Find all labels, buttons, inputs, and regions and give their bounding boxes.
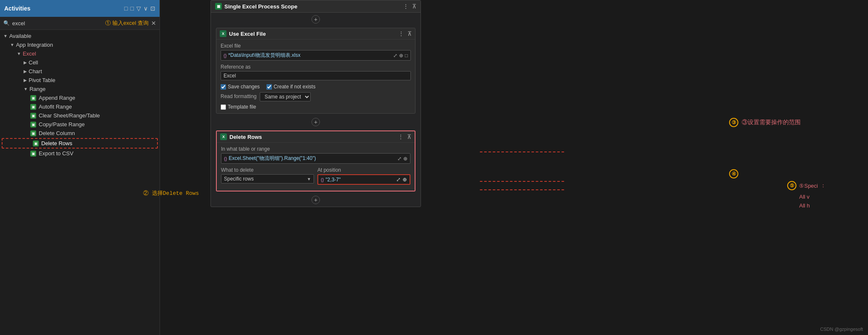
position-value-text: "2,3-7": [325, 177, 394, 183]
chart-node[interactable]: ▶ Chart: [0, 67, 160, 76]
clear-sheet-item[interactable]: ▣ Clear Sheet/Range/Table: [0, 111, 160, 120]
delete-rows-title: X Delete Rows: [220, 133, 262, 140]
delete-rows-block: X Delete Rows ⋮ ⊼ In what table or range…: [216, 130, 415, 191]
expand-icon[interactable]: □: [124, 5, 128, 12]
read-formatting-row: Read formatting Same as project: [221, 92, 411, 101]
field-icons: ⤢ ⊕ □: [393, 53, 408, 58]
folder-icon[interactable]: □: [405, 53, 408, 58]
expand-range-icon[interactable]: ⤢: [397, 156, 402, 162]
template-file-checkbox[interactable]: [221, 104, 226, 110]
ann5-extra2: All h: [799, 202, 826, 209]
range-value-text: Excel.Sheet("物流明细").Range("1:40"): [229, 155, 396, 162]
copy-paste-item[interactable]: ▣ Copy/Paste Range: [0, 120, 160, 129]
plus-btn-middle[interactable]: +: [312, 118, 320, 126]
excel-file-value: {} *Data\Input\物流发货明细表.xlsx ⤢ ⊕ □: [221, 50, 411, 61]
plus-btn-middle-container: +: [211, 115, 421, 129]
checkbox-row: Save changes Create if not exists: [221, 84, 411, 90]
autofit-range-item[interactable]: ▣ Autofit Range: [0, 102, 160, 111]
header-icons: □ □ ▽ ∨ ⊡: [124, 5, 155, 12]
activities-title: Activities: [4, 5, 30, 12]
annotation-5-line: ⑤ ⑤Speci ：: [787, 181, 826, 190]
in-what-value: {} Excel.Sheet("物流明细").Range("1:40") ⤢ ⊕: [221, 153, 410, 164]
range-field-icons: ⤢ ⊕: [397, 156, 407, 162]
annotation-3-text: ③设置需要操作的范围: [742, 119, 801, 126]
search-input[interactable]: [12, 20, 103, 27]
append-range-item[interactable]: ▣ Append Range: [0, 93, 160, 102]
export-csv-item[interactable]: ▣ Export to CSV: [0, 149, 160, 158]
read-formatting-select[interactable]: Same as project: [260, 92, 311, 101]
save-changes-checkbox[interactable]: Save changes: [221, 84, 260, 90]
scope-actions: ⋮ ⊼: [403, 3, 416, 10]
file-path-text: *Data\Input\物流发货明细表.xlsx: [228, 52, 391, 59]
read-formatting-label: Read formatting: [221, 93, 256, 99]
what-to-delete-label: What to delete: [221, 167, 314, 173]
clear-button[interactable]: ✕: [151, 20, 156, 27]
block-menu-icon[interactable]: ⋮: [398, 30, 404, 37]
process-scope: ▣ Single Excel Process Scope ⋮ ⊼ + X Use…: [210, 0, 421, 207]
pin-icon[interactable]: ⊡: [150, 5, 155, 12]
filter-icon[interactable]: ▽: [136, 5, 141, 12]
delete-rows-item[interactable]: ▣ Delete Rows: [2, 138, 158, 149]
available-node[interactable]: ▼ Available: [0, 32, 160, 40]
app-integration-node[interactable]: ▼ App Integration: [0, 40, 160, 49]
scope-title: ▣ Single Excel Process Scope: [215, 3, 297, 10]
plus-btn-top[interactable]: +: [312, 15, 320, 24]
delete-rows-actions: ⋮ ⊼: [398, 133, 411, 140]
activity-icon: ▣: [30, 130, 36, 136]
annotation-5-circle: ⑤: [787, 181, 796, 190]
delete-column-item[interactable]: ▣ Delete Column: [0, 129, 160, 138]
use-excel-header: X Use Excel File ⋮ ⊼: [216, 28, 415, 40]
activity-icon: ▣: [33, 141, 39, 146]
scope-menu-icon[interactable]: ⋮: [403, 3, 409, 10]
plus-btn-top-container: +: [211, 13, 421, 26]
add-range-icon[interactable]: ⊕: [403, 156, 407, 162]
pivot-table-node[interactable]: ▶ Pivot Table: [0, 76, 160, 85]
excel-node[interactable]: ▼ Excel: [0, 49, 160, 58]
annotation-5-colon: ：: [820, 182, 826, 189]
delete-rows-content: In what table or range {} Excel.Sheet("物…: [217, 143, 415, 191]
expand-field-icon[interactable]: ⤢: [393, 53, 397, 58]
annotation-3-container: ③ ③设置需要操作的范围: [729, 118, 801, 127]
delete-menu-icon[interactable]: ⋮: [398, 133, 404, 140]
add-field-icon[interactable]: ⊕: [399, 53, 403, 58]
template-file-row: Template file: [221, 104, 411, 110]
scope-collapse-icon[interactable]: ⊼: [412, 3, 416, 10]
dashed-arrow-4: [480, 181, 564, 182]
block-collapse-icon[interactable]: ⊼: [407, 30, 412, 37]
chevron-down-icon[interactable]: ∨: [144, 5, 148, 12]
in-what-label: In what table or range: [221, 146, 410, 152]
activities-header: Activities □ □ ▽ ∨ ⊡: [0, 0, 160, 17]
at-position-col: At position {} "2,3-7" ⤢ ⊕: [317, 167, 410, 185]
left-panel: Activities □ □ ▽ ∨ ⊡ 🔍 ① 输入excel 查询 ✕ ▼ …: [0, 0, 160, 335]
at-position-field: {} "2,3-7" ⤢ ⊕: [317, 174, 410, 185]
annotation-5-area: ⑤ ⑤Speci ： All v All h: [787, 181, 826, 209]
expand-pos-icon[interactable]: ⤢: [396, 176, 401, 183]
pos-field-icons: ⤢ ⊕: [396, 176, 407, 183]
range-node[interactable]: ▼ Range: [0, 85, 160, 93]
use-excel-block: X Use Excel File ⋮ ⊼ Excel file {} *Data…: [216, 28, 415, 114]
main-area: ▣ Single Excel Process Scope ⋮ ⊼ + X Use…: [160, 0, 868, 335]
code-tag-pos: {}: [321, 177, 324, 182]
delete-collapse-icon[interactable]: ⊼: [407, 133, 411, 140]
create-if-not-exists-checkbox[interactable]: Create if not exists: [266, 84, 315, 90]
activity-icon: ▣: [30, 113, 36, 119]
what-to-delete-dropdown[interactable]: Specific rows ▼: [221, 174, 314, 183]
scope-icon: ▣: [215, 3, 222, 10]
reference-as-input[interactable]: [221, 71, 411, 80]
activity-icon: ▣: [30, 151, 36, 157]
reference-as-label: Reference as: [221, 64, 411, 70]
excel-icon: X: [220, 30, 226, 37]
annotation-4-circle: ④: [729, 169, 738, 178]
code-tag: {}: [224, 53, 226, 58]
search-icon: 🔍: [3, 20, 10, 26]
annotation-4-container: ④: [729, 169, 801, 178]
search-bar: 🔍 ① 输入excel 查询 ✕: [0, 17, 160, 30]
annotation-5-text: ⑤Speci: [799, 183, 818, 189]
ann5-extra1: All v: [799, 194, 826, 200]
collapse-icon[interactable]: □: [130, 5, 134, 12]
activity-icon: ▣: [30, 122, 36, 128]
cell-node[interactable]: ▶ Cell: [0, 58, 160, 67]
plus-btn-bottom[interactable]: +: [312, 196, 320, 204]
add-pos-icon[interactable]: ⊕: [402, 176, 407, 183]
delete-rows-inner: X Delete Rows ⋮ ⊼ In what table or range…: [217, 131, 415, 191]
